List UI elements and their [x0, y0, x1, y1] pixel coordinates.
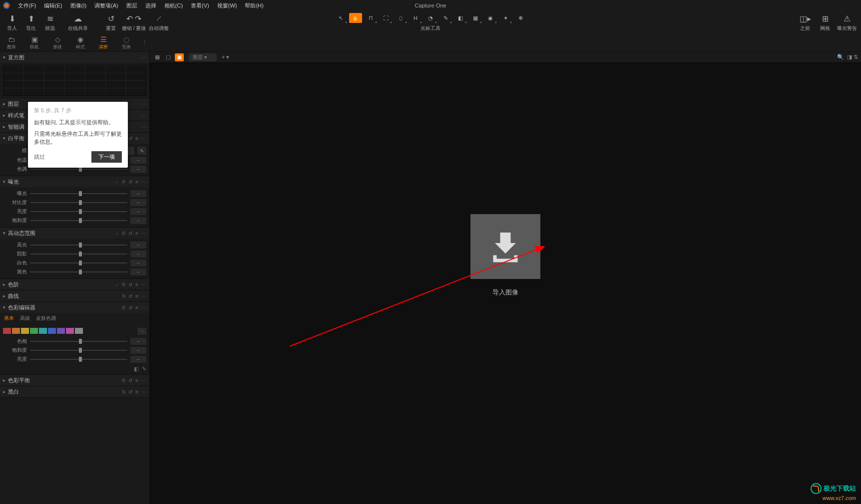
menu-help[interactable]: 帮助(H): [241, 0, 267, 11]
tooltip-skip-button[interactable]: 跳过: [34, 153, 45, 161]
auto-icon[interactable]: ⟋: [114, 282, 119, 287]
slider-saturation[interactable]: [30, 220, 127, 221]
menu-window[interactable]: 视窗(W): [213, 0, 241, 11]
copy-icon[interactable]: ⎘: [122, 389, 125, 395]
wb-picker-icon[interactable]: ✎: [137, 147, 146, 155]
preset-icon[interactable]: ≡: [135, 282, 138, 287]
panel-menu-icon[interactable]: ⋯: [141, 389, 146, 395]
spot-tool[interactable]: H: [409, 13, 422, 23]
slider-shadow[interactable]: [30, 253, 127, 254]
tab-library[interactable]: 🗀图库: [0, 34, 23, 52]
ce-tab-advanced[interactable]: 高级: [20, 315, 30, 322]
slider-contrast[interactable]: [30, 202, 127, 203]
reset-icon[interactable]: ↺: [128, 305, 132, 310]
tab-shape[interactable]: ◇形状: [46, 34, 69, 52]
preset-icon[interactable]: ≡: [135, 378, 138, 383]
auto-adjust-button[interactable]: ⟋自动调整: [149, 13, 169, 32]
panel-menu-icon[interactable]: ⋯: [141, 136, 146, 141]
slider-sat2[interactable]: [30, 350, 127, 351]
loupe-tool[interactable]: ⊓: [364, 13, 377, 23]
reset-icon[interactable]: ↺: [128, 293, 132, 299]
export-button[interactable]: ⬆导出: [23, 13, 39, 32]
reset-icon[interactable]: ↺: [128, 282, 132, 287]
import-button[interactable]: ⬇导入: [4, 13, 20, 32]
menu-layer[interactable]: 图层: [122, 0, 141, 11]
reset-button[interactable]: ↺重置: [103, 13, 119, 32]
value-tint[interactable]: --: [130, 166, 146, 173]
preset-icon[interactable]: ≡: [135, 136, 138, 141]
slider-exposure[interactable]: [30, 193, 127, 194]
tab-refine[interactable]: ◌完善: [115, 34, 138, 52]
preset-icon[interactable]: ≡: [135, 389, 138, 395]
menu-view[interactable]: 查看(V): [187, 0, 213, 11]
slider-light[interactable]: [30, 359, 127, 360]
exposure-warning-button[interactable]: ⚠曝光警告: [837, 13, 857, 32]
view-single-icon[interactable]: ▢: [164, 53, 173, 61]
add-layer-icon[interactable]: + ▾: [222, 54, 229, 60]
copy-icon[interactable]: ⎘: [122, 179, 125, 185]
panel-menu-icon[interactable]: ⋯: [141, 282, 146, 287]
before-after-button[interactable]: ◫▸之前: [797, 13, 813, 32]
slider-hue[interactable]: [30, 341, 127, 342]
color-swatch-4[interactable]: [39, 328, 47, 334]
more-tabs-button[interactable]: ⋮: [138, 39, 151, 46]
grid-button[interactable]: ⊞网格: [817, 13, 833, 32]
ce-tab-skin[interactable]: 皮肤色调: [36, 315, 56, 322]
menu-select[interactable]: 选择: [141, 0, 160, 11]
panel-menu-icon[interactable]: ⋯: [141, 179, 146, 185]
erase-tool[interactable]: ◧: [454, 13, 467, 23]
slider-black[interactable]: [30, 271, 127, 272]
draw-tool[interactable]: ✎: [439, 13, 452, 23]
reset-icon[interactable]: ↺: [128, 378, 132, 383]
menu-edit[interactable]: 编辑(E): [40, 0, 66, 11]
search-icon[interactable]: 🔍: [837, 54, 844, 60]
slider-brightness[interactable]: [30, 211, 127, 212]
color-swatch-5[interactable]: [48, 328, 56, 334]
panel-menu-icon[interactable]: ⋯: [141, 231, 146, 236]
online-share-button[interactable]: ☁在线共享: [68, 13, 88, 32]
menu-image[interactable]: 图像(I): [66, 0, 90, 11]
crop-tool[interactable]: ⛶: [379, 13, 392, 23]
menu-file[interactable]: 文件(F): [14, 0, 40, 11]
copy-icon[interactable]: ⎘: [122, 293, 125, 299]
panel-menu-icon[interactable]: ⋯: [141, 293, 146, 299]
preset-icon[interactable]: ≡: [135, 293, 138, 299]
reset-icon[interactable]: ↺: [128, 231, 132, 236]
panel-menu-icon[interactable]: ⋯: [141, 305, 146, 310]
copy-icon[interactable]: ⎘: [122, 305, 125, 310]
color-swatch-3[interactable]: [30, 328, 38, 334]
reset-icon[interactable]: ↺: [128, 389, 132, 395]
auto-icon[interactable]: ⟋: [114, 231, 119, 236]
layer-dropdown[interactable]: 图层 ▾: [189, 53, 217, 61]
import-drop-area[interactable]: 导入图像: [470, 214, 540, 297]
slider-tint[interactable]: [30, 169, 127, 170]
expand-icon[interactable]: ◨ ⇅: [847, 54, 858, 60]
color-swatch-2[interactable]: [21, 328, 29, 334]
preset-icon[interactable]: ≡: [135, 179, 138, 185]
reset-icon[interactable]: ↺: [128, 136, 132, 141]
copy-icon[interactable]: ⎘: [122, 231, 125, 236]
ce-mask-icon[interactable]: ◧: [134, 366, 139, 372]
radial-tool[interactable]: ◉: [484, 13, 497, 23]
select-tool[interactable]: ↖: [334, 13, 347, 23]
swatch-more-icon[interactable]: ⋯: [137, 328, 146, 335]
menu-adjustments[interactable]: 调整项(A): [90, 0, 122, 11]
panel-menu-icon[interactable]: ⋯: [141, 55, 146, 60]
color-swatch-8[interactable]: [75, 328, 83, 334]
color-swatch-1[interactable]: [12, 328, 20, 334]
panel-menu-icon[interactable]: ⋯: [141, 101, 146, 107]
auto-icon[interactable]: ⟋: [114, 179, 119, 185]
color-swatch-6[interactable]: [57, 328, 65, 334]
reset-icon[interactable]: ↺: [128, 179, 132, 185]
preset-icon[interactable]: ≡: [135, 231, 138, 236]
magic-tool[interactable]: ✦: [499, 13, 512, 23]
filter-button[interactable]: ≋筛选: [42, 13, 58, 32]
mask-tool[interactable]: ◔: [424, 13, 437, 23]
value-kelvin[interactable]: --: [130, 157, 146, 164]
tab-style[interactable]: ◉样式: [69, 34, 92, 52]
linear-tool[interactable]: ▦: [469, 13, 482, 23]
slider-highlight[interactable]: [30, 245, 127, 246]
panel-menu-icon[interactable]: ⋯: [141, 113, 146, 118]
panel-menu-icon[interactable]: ⋯: [141, 378, 146, 383]
tooltip-next-button[interactable]: 下一项: [91, 151, 122, 163]
